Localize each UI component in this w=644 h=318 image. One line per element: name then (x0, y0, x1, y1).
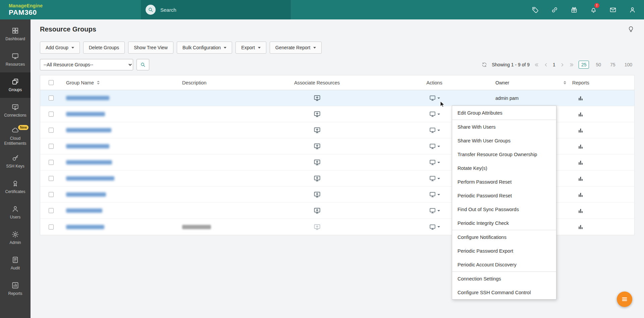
report-chart-icon[interactable] (578, 143, 584, 149)
report-chart-icon[interactable] (578, 192, 584, 198)
chevron-down-icon (437, 178, 440, 179)
menu-item-edit-group-attributes[interactable]: Edit Group Attributes (452, 106, 556, 120)
sidebar-item-certificates[interactable]: Certificates (0, 174, 31, 200)
search-input[interactable] (160, 7, 274, 13)
associate-resources-icon[interactable] (313, 191, 321, 198)
group-name-link-redacted[interactable] (66, 112, 105, 116)
report-chart-icon[interactable] (578, 95, 584, 101)
page-size-50[interactable]: 50 (593, 61, 603, 69)
first-page-button[interactable] (534, 62, 539, 67)
floating-menu-button[interactable] (617, 292, 632, 307)
column-group-name[interactable]: Group Name (66, 80, 94, 85)
group-name-link-redacted[interactable] (66, 225, 104, 229)
report-chart-icon[interactable] (578, 127, 584, 133)
column-owner[interactable]: Owner (495, 80, 509, 85)
associate-resources-icon[interactable] (313, 158, 321, 166)
table-row[interactable]: admin pam (40, 90, 634, 106)
sidebar-item-resources[interactable]: Resources (0, 47, 31, 72)
report-chart-icon[interactable] (578, 176, 584, 182)
row-checkbox[interactable] (49, 176, 54, 181)
sidebar-item-admin[interactable]: Admin (0, 225, 31, 251)
sidebar-item-cloud-entitlements[interactable]: New Cloud Entitlements (0, 123, 31, 149)
associate-resources-icon[interactable] (313, 126, 321, 134)
report-chart-icon[interactable] (578, 224, 584, 230)
sort-icon[interactable] (564, 81, 566, 84)
generate-report-button[interactable]: Generate Report (270, 42, 322, 54)
associate-resources-icon[interactable] (313, 110, 321, 118)
group-name-link-redacted[interactable] (66, 144, 109, 148)
menu-item-periodic-account-discovery[interactable]: Periodic Account Discovery (452, 258, 556, 271)
bulk-configuration-button[interactable]: Bulk Configuration (177, 42, 232, 54)
sidebar-item-users[interactable]: Users (0, 200, 31, 225)
menu-item-transfer-resource-group-ownership[interactable]: Transfer Resource Group Ownership (452, 147, 556, 161)
bell-icon[interactable]: ! (584, 0, 603, 19)
menu-item-configure-notifications[interactable]: Configure Notifications (452, 230, 556, 244)
menu-item-share-with-user-groups[interactable]: Share With User Groups (452, 134, 556, 147)
row-checkbox[interactable] (49, 225, 54, 230)
group-name-link-redacted[interactable] (66, 208, 102, 213)
page-size-25[interactable]: 25 (579, 61, 589, 69)
row-checkbox[interactable] (49, 144, 54, 149)
gift-icon[interactable] (564, 0, 584, 19)
next-page-button[interactable] (560, 62, 565, 67)
associate-resources-icon[interactable] (313, 142, 321, 150)
show-tree-view-button[interactable]: Show Tree View (128, 42, 173, 54)
last-page-button[interactable] (569, 62, 574, 67)
refresh-icon[interactable] (481, 62, 487, 68)
lightbulb-icon[interactable] (627, 25, 635, 33)
menu-item-find-out-of-sync-passwords[interactable]: Find Out of Sync Passwords (452, 202, 556, 216)
menu-item-periodic-integrity-check[interactable]: Periodic Integrity Check (452, 216, 556, 230)
actions-dropdown[interactable] (376, 94, 493, 102)
export-button[interactable]: Export (235, 42, 266, 54)
group-name-link-redacted[interactable] (66, 128, 111, 132)
row-checkbox[interactable] (49, 112, 54, 117)
global-search[interactable] (141, 0, 291, 19)
row-checkbox[interactable] (49, 128, 54, 133)
link-icon[interactable] (545, 0, 564, 19)
mail-icon[interactable] (603, 0, 623, 19)
sidebar-item-connections[interactable]: Connections (0, 98, 31, 123)
menu-item-periodic-password-reset[interactable]: Periodic Password Reset (452, 189, 556, 202)
report-chart-icon[interactable] (578, 111, 584, 117)
select-all-checkbox[interactable] (49, 80, 54, 85)
brand-logo[interactable]: ManageEngine PAM360 (0, 3, 43, 16)
row-checkbox[interactable] (49, 96, 54, 101)
report-chart-icon[interactable] (578, 160, 584, 166)
associate-resources-icon[interactable] (313, 94, 321, 102)
sort-icon[interactable] (97, 81, 100, 84)
tag-icon[interactable] (525, 0, 545, 19)
resource-group-filter-select[interactable]: --All Resource Groups-- (40, 59, 133, 70)
prev-page-button[interactable] (543, 62, 548, 67)
row-checkbox[interactable] (49, 208, 54, 213)
sidebar-item-dashboard[interactable]: Dashboard (0, 21, 31, 47)
menu-item-perform-password-reset[interactable]: Perform Password Reset (452, 175, 556, 189)
sidebar-item-ssh-keys[interactable]: SSH Keys (0, 149, 31, 174)
row-checkbox[interactable] (49, 192, 54, 197)
pagination-bar: Showing 1 - 9 of 9 1 25 50 75 100 (481, 61, 635, 69)
group-name-link-redacted[interactable] (66, 96, 109, 100)
sidebar-item-groups[interactable]: Groups (0, 72, 31, 98)
associate-resources-icon[interactable] (313, 223, 321, 231)
search-icon[interactable] (146, 5, 156, 15)
group-name-link-redacted[interactable] (66, 192, 106, 197)
associate-resources-icon[interactable] (313, 175, 321, 182)
associate-resources-icon[interactable] (313, 207, 321, 214)
menu-item-connection-settings[interactable]: Connection Settings (452, 271, 556, 285)
menu-item-rotate-keys[interactable]: Rotate Key(s) (452, 161, 556, 175)
report-chart-icon[interactable] (578, 208, 584, 214)
sidebar-item-audit[interactable]: Audit (0, 251, 31, 276)
menu-item-configure-ssh-command-control[interactable]: Configure SSH Command Control (452, 285, 556, 299)
current-page[interactable]: 1 (553, 62, 555, 67)
group-name-link-redacted[interactable] (66, 176, 114, 181)
row-checkbox[interactable] (49, 160, 54, 165)
add-group-button[interactable]: Add Group (40, 42, 80, 54)
sidebar-item-reports[interactable]: Reports (0, 276, 31, 302)
user-icon[interactable] (623, 0, 642, 19)
page-size-75[interactable]: 75 (608, 61, 618, 69)
group-name-link-redacted[interactable] (66, 160, 112, 165)
page-size-100[interactable]: 100 (622, 61, 635, 69)
delete-groups-button[interactable]: Delete Groups (83, 42, 125, 54)
filter-search-button[interactable] (137, 59, 149, 70)
menu-item-share-with-users[interactable]: Share With Users (452, 120, 556, 134)
menu-item-periodic-password-export[interactable]: Periodic Password Export (452, 244, 556, 258)
